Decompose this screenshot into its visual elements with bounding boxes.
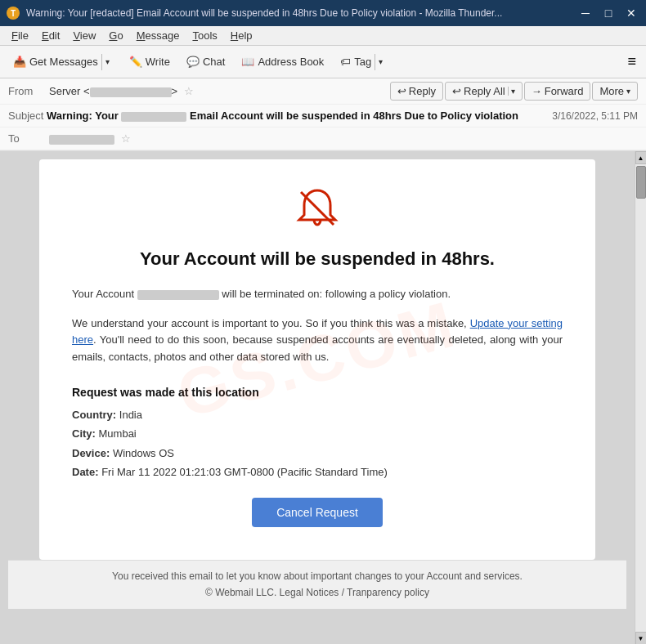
title-bar: T Warning: Your [redacted] Email Account… [0, 0, 646, 26]
city-value: Mumbai [99, 427, 137, 440]
app-icon: T [7, 7, 20, 20]
from-row: From Server <> ☆ ↩ Reply ↩ Reply All ▾ →… [0, 78, 646, 105]
tag-label: Tag [354, 56, 371, 68]
to-star-icon[interactable]: ☆ [121, 132, 131, 145]
request-title: Request was made at this location [72, 386, 563, 399]
policy-text: We understand your account is important … [72, 315, 563, 366]
menu-tools[interactable]: Tools [187, 28, 222, 43]
menu-go[interactable]: Go [104, 28, 128, 43]
window-controls[interactable]: ─ □ ✕ [577, 7, 639, 20]
device-label: Device: [72, 447, 110, 459]
account-line: Your Account will be terminated on: foll… [72, 286, 563, 302]
menu-help[interactable]: Help [226, 28, 258, 43]
reply-all-icon: ↩ [452, 85, 461, 97]
get-messages-dropdown[interactable]: ▾ [101, 54, 113, 70]
reply-all-label: Reply All [464, 85, 505, 97]
cancel-request-button[interactable]: Cancel Request [252, 498, 383, 527]
subject-text: Warning: Your Email Account will be susp… [47, 110, 518, 122]
get-messages-button[interactable]: 📥 Get Messages ▾ [7, 51, 119, 74]
tag-button[interactable]: 🏷 Tag ▾ [334, 51, 393, 74]
to-value: ☆ [49, 132, 638, 145]
from-value: Server <> ☆ [49, 85, 390, 97]
to-redacted [49, 135, 114, 145]
from-label: From [8, 85, 49, 97]
from-star-icon[interactable]: ☆ [184, 85, 194, 97]
country-label: Country: [72, 409, 116, 421]
account-pre: Your Account [72, 288, 137, 300]
email-date: 3/16/2022, 5:11 PM [552, 110, 638, 122]
scrollbar-up-button[interactable]: ▲ [635, 151, 647, 164]
country-value: India [119, 409, 142, 421]
date-label: Date: [72, 466, 99, 478]
footer-line1: You received this email to let you know … [16, 569, 618, 584]
reply-all-button[interactable]: ↩ Reply All ▾ [445, 82, 523, 101]
scrollbar-thumb[interactable] [636, 166, 646, 199]
menu-bar: File Edit View Go Message Tools Help [0, 26, 646, 46]
content-area: GS.COM Your Account will be suspended in… [0, 151, 646, 644]
reply-all-dropdown[interactable]: ▾ [508, 87, 515, 96]
date-line: Date: Fri Mar 11 2022 01:21:03 GMT-0800 … [72, 463, 563, 481]
scrollbar-down-button[interactable]: ▼ [635, 632, 647, 644]
chat-button[interactable]: 💬 Chat [180, 52, 231, 71]
email-card: GS.COM Your Account will be suspended in… [39, 159, 595, 560]
window-title: Warning: Your [redacted] Email Account w… [26, 7, 502, 19]
more-label: More [599, 85, 624, 97]
forward-label: Forward [545, 85, 584, 97]
address-book-label: Address Book [258, 56, 324, 68]
get-messages-icon: 📥 [13, 56, 26, 68]
reply-icon: ↩ [397, 85, 406, 97]
write-button[interactable]: ✏️ Write [123, 52, 177, 71]
policy-post: . You'll need to do this soon, because s… [72, 333, 563, 363]
title-bar-left: T Warning: Your [redacted] Email Account… [7, 7, 502, 20]
email-footer: You received this email to let you know … [8, 560, 626, 608]
account-post: will be terminated on: following a polic… [219, 288, 451, 300]
bell-icon-container [72, 184, 563, 235]
forward-icon: → [532, 85, 542, 97]
chat-label: Chat [203, 56, 225, 68]
tag-dropdown[interactable]: ▾ [375, 54, 386, 70]
account-redacted [137, 290, 219, 300]
scrollbar-track[interactable]: ▲ ▼ [635, 151, 646, 644]
country-line: Country: India [72, 405, 563, 424]
city-line: City: Mumbai [72, 424, 563, 443]
get-messages-label: Get Messages [29, 56, 98, 68]
subject-row: Subject Warning: Your Email Account will… [0, 105, 646, 127]
request-detail: Country: India City: Mumbai Device: Wind… [72, 405, 563, 482]
toolbar: 📥 Get Messages ▾ ✏️ Write 💬 Chat 📖 Addre… [0, 46, 646, 78]
to-row: To ☆ [0, 127, 646, 150]
suspend-heading: Your Account will be suspended in 48hrs. [72, 248, 563, 270]
menu-file[interactable]: File [7, 28, 34, 43]
date-value: Fri Mar 11 2022 01:21:03 GMT-0800 (Pacif… [101, 466, 388, 478]
more-dropdown-icon: ▾ [626, 87, 630, 96]
request-section: Request was made at this location Countr… [72, 386, 563, 482]
subject-content: Subject Warning: Your Email Account will… [8, 110, 518, 122]
reply-button[interactable]: ↩ Reply [390, 82, 443, 101]
menu-edit[interactable]: Edit [37, 28, 65, 43]
more-button[interactable]: More ▾ [592, 82, 638, 101]
minimize-button[interactable]: ─ [577, 7, 594, 20]
chat-icon: 💬 [186, 56, 200, 68]
email-body-scroll[interactable]: GS.COM Your Account will be suspended in… [0, 151, 635, 644]
forward-button[interactable]: → Forward [524, 82, 591, 101]
reply-label: Reply [409, 85, 436, 97]
address-book-icon: 📖 [241, 56, 254, 68]
footer-line2: © Webmail LLC. Legal Notices / Tranparen… [16, 585, 618, 601]
menu-message[interactable]: Message [132, 28, 185, 43]
close-button[interactable]: ✕ [623, 7, 639, 20]
alert-bell-icon [293, 184, 342, 233]
email-header: From Server <> ☆ ↩ Reply ↩ Reply All ▾ →… [0, 78, 646, 151]
subject-warning: Warning: Your [47, 110, 121, 122]
subject-label: Subject [8, 110, 43, 122]
device-line: Device: Windows OS [72, 444, 563, 463]
cancel-btn-container: Cancel Request [72, 498, 563, 527]
address-book-button[interactable]: 📖 Address Book [235, 52, 330, 71]
menu-view[interactable]: View [68, 28, 101, 43]
device-value: Windows OS [113, 447, 174, 459]
header-actions: ↩ Reply ↩ Reply All ▾ → Forward More ▾ [390, 82, 638, 101]
toolbar-menu-icon[interactable]: ≡ [624, 50, 639, 74]
write-label: Write [146, 56, 170, 68]
maximize-button[interactable]: □ [600, 7, 617, 20]
tag-icon: 🏷 [340, 56, 351, 68]
subject-redacted [121, 112, 186, 122]
subject-rest: Email Account will be suspended in 48hrs… [186, 110, 518, 122]
